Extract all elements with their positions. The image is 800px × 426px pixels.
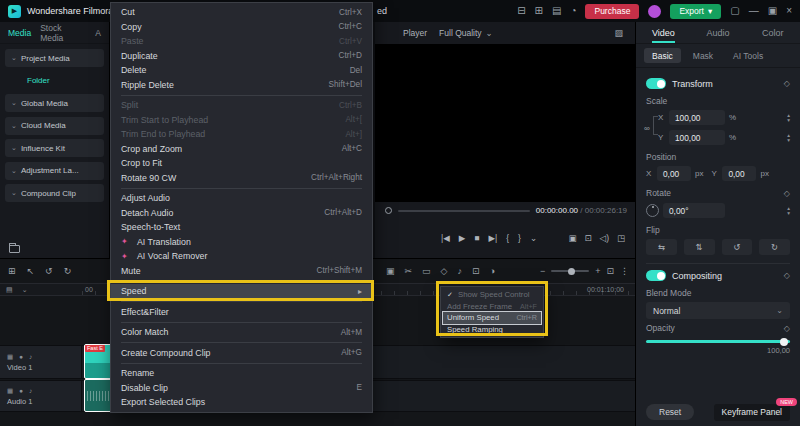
transform-toggle[interactable] <box>646 78 666 89</box>
menu-item-ai-translation[interactable]: ✦ AI Translation <box>111 235 372 250</box>
new-folder-icon[interactable] <box>9 245 20 253</box>
more-icon[interactable]: ⋮ <box>620 266 629 276</box>
zoom-slider-handle[interactable] <box>568 268 575 275</box>
rotate-keyframe-icon[interactable]: ◇ <box>784 189 790 198</box>
marker-icon[interactable]: ◇ <box>441 266 448 276</box>
media-item-influence-kit[interactable]: ⌄ Influence Kit <box>5 139 104 157</box>
account-avatar[interactable] <box>648 5 661 18</box>
speed-tool-icon[interactable]: ◑ <box>490 266 495 276</box>
reset-button[interactable]: Reset <box>646 404 694 420</box>
menu-item[interactable] <box>111 319 372 325</box>
screen-layout-icon[interactable]: ▢ <box>730 6 739 16</box>
volume-icon[interactable]: ◁) <box>600 233 609 243</box>
maximize-icon[interactable]: ▣ <box>768 6 777 16</box>
scale-y-input[interactable]: 100,00 <box>669 130 725 145</box>
media-item-adjustment-la[interactable]: ⌄ Adjustment La... <box>5 162 104 180</box>
snapshot-icon[interactable]: ▣ <box>568 233 576 243</box>
properties-subtab-mask[interactable]: Mask <box>685 48 721 63</box>
submenu-item-uniform-speed[interactable]: Uniform Speed Ctrl+R <box>443 312 541 324</box>
menu-item-crop-and-zoom[interactable]: Crop and Zoom Alt+C <box>111 142 372 157</box>
track-icon[interactable]: ▦ <box>7 353 13 361</box>
redo-icon[interactable]: ↻ <box>64 266 72 276</box>
zoom-out-icon[interactable]: − <box>540 266 545 276</box>
menu-item-speed[interactable]: Speed ▸ <box>111 284 372 299</box>
opacity-slider-handle[interactable] <box>780 338 788 346</box>
media-browser-icon[interactable]: ⊞ <box>8 266 16 276</box>
fit-timeline-icon[interactable]: ⊡ <box>606 266 614 276</box>
media-tab-stock-media[interactable]: Stock Media <box>40 23 86 43</box>
notifications-icon[interactable]: ◔ <box>570 6 576 16</box>
menu-item-cut[interactable]: Cut Ctrl+X <box>111 5 372 20</box>
audio-track-header[interactable]: ▦●♪ Audio 1 <box>0 381 82 411</box>
quality-select[interactable]: Full Quality ⌄ <box>439 28 493 38</box>
voiceover-icon[interactable]: ♪ <box>458 266 463 276</box>
menu-item-disable-clip[interactable]: Disable Clip E <box>111 381 372 396</box>
rotate-cw-icon[interactable]: ↻ <box>759 239 790 255</box>
properties-tab-audio[interactable]: Audio <box>691 22 746 43</box>
scale-x-input[interactable]: 100,00 <box>669 110 725 125</box>
menu-item-paste[interactable]: Paste Ctrl+V <box>111 34 372 49</box>
menu-item-trim-start-to-playhead[interactable]: Trim Start to Playhead Alt+[ <box>111 113 372 128</box>
menu-item[interactable] <box>111 299 372 305</box>
track-icon[interactable]: ▦ <box>7 387 13 395</box>
layers-icon[interactable]: ▣ <box>386 266 395 276</box>
menu-item-speech-to-text[interactable]: Speech-to-Text <box>111 220 372 235</box>
zoom-in-icon[interactable]: + <box>595 266 600 276</box>
blend-mode-select[interactable]: Normal ⌄ <box>646 302 790 319</box>
rotate-dial[interactable] <box>646 204 659 217</box>
scale-link-icon[interactable]: ∞ <box>644 123 650 132</box>
play-icon[interactable]: ▶ <box>459 233 466 243</box>
media-item-compound-clip[interactable]: ⌄ Compound Clip <box>5 184 104 202</box>
close-icon[interactable]: × <box>786 6 792 16</box>
media-item-cloud-media[interactable]: ⌄ Cloud Media <box>5 117 104 135</box>
media-item-folder[interactable]: Folder <box>5 72 104 90</box>
opacity-slider[interactable] <box>646 340 790 343</box>
export-button[interactable]: Export ▾ <box>670 4 721 19</box>
mark-in-icon[interactable]: { <box>506 233 509 243</box>
stop-icon[interactable]: ■ <box>474 233 479 243</box>
media-tab-media[interactable]: Media <box>8 28 31 38</box>
zoom-slider[interactable] <box>551 270 589 272</box>
properties-subtab-ai-tools[interactable]: AI Tools <box>725 48 771 63</box>
media-item-project-media[interactable]: ⌄ Project Media <box>5 49 104 67</box>
grid-icon[interactable]: ⊞ <box>535 6 543 16</box>
menu-item-trim-end-to-playhead[interactable]: Trim End to Playhead Alt+] <box>111 127 372 142</box>
menu-item-create-compound-clip[interactable]: Create Compound Clip Alt+G <box>111 346 372 361</box>
compositing-toggle[interactable] <box>646 270 666 281</box>
media-tab-a[interactable]: A <box>95 28 101 38</box>
menu-item-rotate-90-cw[interactable]: Rotate 90 CW Ctrl+Alt+Right <box>111 171 372 186</box>
camera-icon[interactable]: ⊡ <box>584 233 591 243</box>
menu-item-delete[interactable]: Delete Del <box>111 63 372 78</box>
scale-y-stepper[interactable]: ▴▾ <box>787 133 790 142</box>
position-y-input[interactable]: 0,00 <box>722 166 756 181</box>
seek-track[interactable] <box>398 210 530 212</box>
video-track-header[interactable]: ▦●♪ Video 1 <box>0 346 82 378</box>
minimize-icon[interactable]: — <box>749 6 759 16</box>
track-icon[interactable]: ● <box>19 387 23 395</box>
flip-horizontal-icon[interactable]: ⇆ <box>646 239 677 255</box>
scale-x-stepper[interactable]: ▴▾ <box>787 113 790 122</box>
fullscreen-icon[interactable]: ◳ <box>617 233 625 243</box>
next-frame-icon[interactable]: ▶| <box>488 233 497 243</box>
layout-icon[interactable]: ⊟ <box>517 6 525 16</box>
submenu-item-speed-ramping[interactable]: Speed Ramping <box>443 324 541 336</box>
crop-icon[interactable]: ⊡ <box>472 266 480 276</box>
submenu-item-show-speed-control[interactable]: ✓ Show Speed Control <box>443 289 541 301</box>
media-item-global-media[interactable]: ⌄ Global Media <box>5 94 104 112</box>
menu-item[interactable] <box>111 92 372 98</box>
mark-out-icon[interactable]: } <box>518 233 521 243</box>
track-icon[interactable]: ♪ <box>29 353 32 361</box>
undo-icon[interactable]: ↺ <box>45 266 53 276</box>
purchase-button[interactable]: Purchase <box>585 4 639 19</box>
menu-item-crop-to-fit[interactable]: Crop to Fit <box>111 156 372 171</box>
track-manager-icon[interactable]: ▤ <box>6 286 13 294</box>
menu-item-rename[interactable]: Rename <box>111 366 372 381</box>
transform-keyframe-icon[interactable]: ◇ <box>784 79 790 88</box>
menu-item-duplicate[interactable]: Duplicate Ctrl+D <box>111 49 372 64</box>
menu-item[interactable] <box>111 185 372 191</box>
previous-frame-icon[interactable]: |◀ <box>441 233 450 243</box>
menu-item-detach-audio[interactable]: Detach Audio Ctrl+Alt+D <box>111 206 372 221</box>
flip-vertical-icon[interactable]: ⇅ <box>684 239 715 255</box>
menu-item-copy[interactable]: Copy Ctrl+C <box>111 20 372 35</box>
menu-item-ai-vocal-remover[interactable]: ✦ AI Vocal Remover <box>111 249 372 264</box>
